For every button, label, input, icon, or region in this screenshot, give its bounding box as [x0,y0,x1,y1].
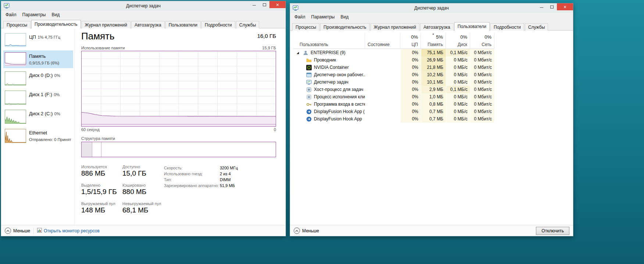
slots-label: Использовано гнезд: [164,171,220,177]
chevron-up-icon [294,228,300,234]
table-row-dwm[interactable]: Диспетчер окон рабочег... 0% 10,2 МБ 0 М… [293,71,494,78]
type-value: DIMM [220,177,230,183]
table-row-task-host[interactable]: Хост-процесс для задач ... 0% 2,9 МБ 0,1… [293,86,494,93]
window-controls: × [249,1,286,8]
tab-startup[interactable]: Автозагрузка [420,23,454,31]
menubar: Файл Параметры Вид [1,11,286,19]
displayfusion-icon [306,109,312,115]
tab-performance[interactable]: Производительность [320,23,369,31]
tab-services[interactable]: Службы [236,21,259,28]
chevron-up-icon [5,228,11,234]
available-value: 15,0 ГБ [122,169,164,177]
memory-total: 16,0 ГБ [257,33,276,39]
table-row-csrss[interactable]: Процесс исполнения кли... 0% 1,0 МБ 0 МБ… [293,93,494,101]
tab-app-history[interactable]: Журнал приложений [371,23,419,31]
committed-value: 1,5/15,9 ГБ [81,188,122,196]
titlebar[interactable]: Диспетчер задач × [290,3,573,13]
tab-processes[interactable]: Процессы [292,23,319,31]
open-resource-monitor-link[interactable]: Открыть монитор ресурсов [37,228,100,234]
menu-options[interactable]: Параметры [19,11,49,18]
tab-bar: Процессы Производительность Журнал прило… [290,21,573,31]
memory-stats: Используется Доступно 886 МБ 15,0 ГБ Выд… [81,165,164,214]
slots-value: 2 из 4 [220,171,231,177]
table-row-explorer[interactable]: Проводник 0% 26,9 МБ 0 МБ/с 0 Мбит/с [293,56,494,64]
memory-usage-graph [81,51,276,127]
titlebar[interactable]: Диспетчер задач × [1,1,286,11]
memory-composition-label: Структура памяти [81,136,276,141]
nonpaged-value: 68,1 МБ [122,206,164,214]
sidebar-disk0-detail: 0% [54,73,60,78]
sidebar-item-disk1[interactable]: Диск 1 (F:) 0% [3,89,73,106]
table-row-nvidia-container[interactable]: NVIDIA Container 0% 21,8 МБ 0 МБ/с 0 Мби… [293,64,494,71]
column-header-memory[interactable]: ▴ 5% Память [421,33,446,49]
menu-file[interactable]: Файл [3,11,19,18]
close-button[interactable]: × [557,3,573,10]
tab-performance[interactable]: Производительность [31,20,80,28]
menu-options[interactable]: Параметры [308,14,338,20]
tab-users[interactable]: Пользователи [454,22,490,31]
maximize-button[interactable] [259,1,269,8]
minimize-button[interactable] [536,3,547,10]
status-cell [365,49,400,56]
tab-services[interactable]: Службы [525,23,548,31]
table-row-displayfusion-1[interactable]: DisplayFusion Hook App (... 0% 0,7 МБ 0 … [293,108,494,115]
close-button[interactable]: × [269,1,286,8]
window-title: Диспетчер задач [1,1,286,11]
tab-app-history[interactable]: Журнал приложений [82,21,130,28]
tab-details[interactable]: Подробности [490,23,524,31]
window-controls: × [536,3,573,10]
user-icon [303,50,308,56]
column-header-disk[interactable]: 0% Диск [446,33,470,49]
table-row-task-manager[interactable]: Диспетчер задач 0% 10,1 МБ 0 МБ/с 0 Мбит… [293,78,494,86]
fewer-details-button[interactable]: Меньше [5,228,30,234]
table-header: Пользователь Состояние 0% ЦП ▴ 5% Память [293,33,494,49]
tab-bar: Процессы Производительность Журнал прило… [1,19,286,28]
sidebar-disk0-name: Диск 0 (D:) [29,73,53,78]
fewer-details-button[interactable]: Меньше [294,228,319,234]
expand-icon[interactable]: ◢ [297,51,301,54]
sidebar-item-disk2[interactable]: Диск 2 (C:) 0% [3,108,73,126]
tab-details[interactable]: Подробности [201,21,235,28]
reserved-value: 51,9 МБ [220,183,235,189]
column-header-user[interactable]: Пользователь [293,33,365,49]
disconnect-button[interactable]: Отключить [536,227,569,235]
sidebar-item-ethernet[interactable]: Ethernet Отправлено: 0 Принят [3,127,73,145]
table-row-user-group[interactable]: ◢ ENTERPRISE (9) 0% 75,1 МБ 0,1 МБ/с 0 М… [293,49,494,56]
type-label: Тип: [164,177,220,183]
timeline-right-label: 0 [274,127,276,132]
composition-inuse-segment [82,142,92,157]
menu-view[interactable]: Вид [49,11,62,18]
composition-modified-segment [92,142,101,157]
minimize-button[interactable] [249,1,259,8]
tab-startup[interactable]: Автозагрузка [131,21,165,28]
logon-key-icon [306,102,312,107]
displayfusion-icon [306,116,312,122]
table-row-winlogon[interactable]: Программа входа в систе... 0% 0,8 МБ 0 М… [293,101,494,108]
sidebar-item-disk0[interactable]: Диск 0 (D:) 0% [3,70,73,87]
column-header-cpu[interactable]: 0% ЦП [400,33,421,49]
memory-panel: Память 16,0 ГБ Использование памяти 15,9… [75,28,286,225]
tab-users[interactable]: Пользователи [165,21,201,28]
table-row-displayfusion-2[interactable]: DisplayFusion Hook App 0% 0,7 МБ 0 МБ/с … [293,115,494,123]
memory-hardware-details: Скорость: 3200 МГц Использовано гнезд: 2… [164,165,238,214]
memory-composition-bar [81,142,276,157]
memory-panel-title: Память [81,31,115,42]
sidebar-disk1-detail: 0% [54,92,60,97]
task-manager-window-performance: Диспетчер задач × Файл Параметры Вид Про… [1,1,286,236]
column-header-status[interactable]: Состояние [365,33,400,49]
sidebar-item-cpu[interactable]: ЦП 1% 4,75 ГГц [3,31,73,49]
status-bar: Меньше Открыть монитор ресурсов [1,225,286,236]
desktop: Диспетчер задач × Файл Параметры Вид Про… [0,0,644,264]
tab-processes[interactable]: Процессы [3,21,31,28]
maximize-button[interactable] [547,3,557,10]
memory-usage-label: Использование памяти [81,46,125,50]
column-header-network[interactable]: 0% Сеть [470,33,494,49]
task-host-icon [306,87,312,92]
folder-icon [306,57,312,63]
sidebar-item-memory[interactable]: Память 0,9/15,9 ГБ (6%) [3,50,73,68]
menu-file[interactable]: Файл [291,14,308,20]
inuse-value: 886 МБ [81,169,122,177]
minimize-icon [540,7,543,8]
cached-value: 880 МБ [122,188,164,196]
menu-view[interactable]: Вид [337,14,351,20]
